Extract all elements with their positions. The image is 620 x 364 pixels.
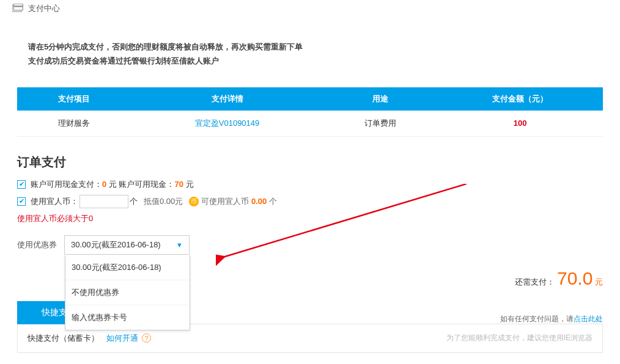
chevron-down-icon: ▼ — [176, 241, 183, 249]
th-detail: 支付详情 — [130, 87, 323, 111]
yibi-worth: 抵值0.00元 — [144, 196, 183, 207]
cell-item: 理财服务 — [17, 111, 130, 137]
th-item: 支付项目 — [17, 87, 130, 111]
question-icon[interactable]: ? — [142, 333, 151, 343]
ie-hint: 为了您能顺利完成支付，建议您使用IE浏览器 — [446, 333, 592, 343]
th-usage: 用途 — [324, 87, 437, 111]
yibi-error: 使用宜人币必须大于0 — [17, 213, 603, 224]
coupon-option-0[interactable]: 30.00元(截至2016-06-18) — [65, 255, 190, 280]
yibi-avail-prefix: 可使用宜人币 — [201, 196, 249, 207]
cash-value: 0 — [102, 180, 106, 189]
coupon-label: 使用优惠券 — [17, 239, 57, 250]
yibi-checkbox[interactable]: ✔ — [17, 197, 26, 206]
page-title: 支付中心 — [28, 3, 60, 14]
help-link[interactable]: 点击此处 — [574, 315, 603, 323]
cash-checkbox[interactable]: ✔ — [17, 180, 26, 189]
coupon-option-1[interactable]: 不使用优惠券 — [65, 280, 190, 305]
notice-line-1: 请在5分钟内完成支付，否则您的理财额度将被自动释放，再次购买需重新下单 — [28, 40, 592, 54]
help-text: 如有任何支付问题，请点击此处 — [500, 314, 603, 324]
coupon-dropdown: 30.00元(截至2016-06-18) 不使用优惠券 输入优惠券卡号 — [65, 255, 190, 330]
coin-icon: 币 — [189, 197, 199, 206]
due-label: 还需支付： — [515, 277, 555, 286]
notice-box: 请在5分钟内完成支付，否则您的理财额度将被自动释放，再次购买需重新下单 支付成功… — [17, 32, 603, 76]
wallet-icon — [12, 4, 23, 14]
payment-table: 支付项目 支付详情 用途 支付金额（元） 理财服务 宜定盈V01090149 订… — [17, 87, 603, 137]
cell-amount: 100 — [437, 111, 603, 137]
coupon-selected-text: 30.00元(截至2016-06-18) — [71, 239, 161, 250]
due-amount: 70.0 — [557, 268, 592, 288]
total-cash-value: 70 — [174, 180, 183, 189]
quickpay-title: 快捷支付（储蓄卡） — [28, 333, 99, 344]
yibi-avail-value: 0.00 — [251, 197, 267, 206]
table-row: 理财服务 宜定盈V01090149 订单费用 100 — [17, 111, 603, 137]
howto-link[interactable]: 如何开通 — [106, 333, 138, 344]
notice-line-2: 支付成功后交易资金将通过托管银行划转至借款人账户 — [28, 54, 592, 68]
yibi-unit: 个 — [130, 196, 138, 207]
yibi-label: 使用宜人币： — [31, 196, 78, 207]
order-payment-title: 订单支付 — [17, 154, 603, 170]
cell-usage: 订单费用 — [324, 111, 437, 137]
th-amount: 支付金额（元） — [437, 87, 603, 111]
coupon-option-2[interactable]: 输入优惠券卡号 — [65, 305, 190, 330]
cell-detail-link[interactable]: 宜定盈V01090149 — [130, 111, 323, 137]
svg-rect-2 — [13, 5, 23, 7]
yibi-input[interactable] — [79, 195, 128, 208]
total-cash-label: 账户可用现金： — [119, 179, 174, 190]
due-unit: 元 — [595, 277, 603, 286]
coupon-select[interactable]: 30.00元(截至2016-06-18) ▼ 30.00元(截至2016-06-… — [64, 235, 190, 255]
cash-label: 账户可用现金支付： — [31, 179, 102, 190]
